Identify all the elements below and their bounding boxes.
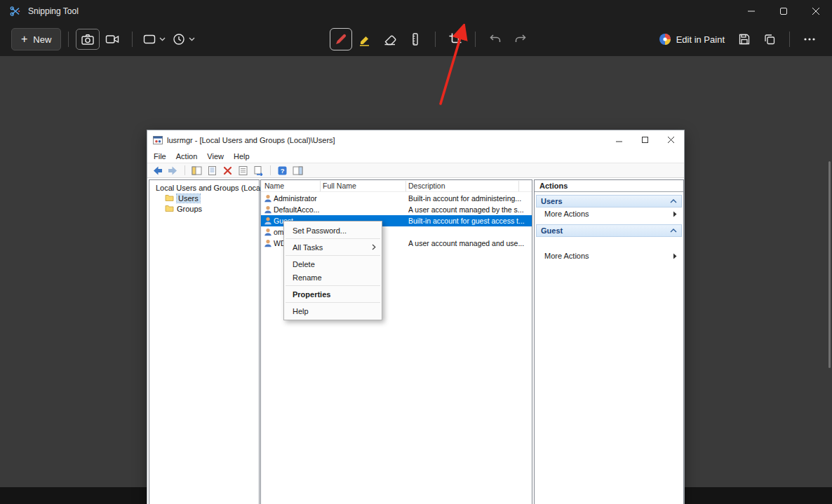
titlebar: Snipping Tool bbox=[0, 0, 832, 22]
captured-screenshot: lusrmgr - [Local Users and Groups (Local… bbox=[147, 130, 685, 504]
user-icon bbox=[264, 217, 272, 226]
properties-icon bbox=[207, 165, 217, 176]
video-camera-icon bbox=[105, 32, 119, 46]
menu-help[interactable]: Help bbox=[229, 152, 255, 161]
refresh-button[interactable] bbox=[237, 165, 249, 176]
tree-node-groups[interactable]: Groups bbox=[149, 203, 259, 214]
tree-root-label: Local Users and Groups (Local) bbox=[156, 184, 264, 192]
context-menu-item-delete[interactable]: Delete bbox=[284, 257, 382, 271]
user-row-administrator[interactable]: Administrator Built-in account for admin… bbox=[261, 193, 532, 204]
record-mode-button[interactable] bbox=[100, 28, 125, 50]
column-header-full-name[interactable]: Full Name bbox=[323, 182, 356, 190]
show-actions-pane-button[interactable] bbox=[292, 165, 304, 176]
back-button[interactable] bbox=[152, 165, 163, 176]
column-separator[interactable] bbox=[518, 181, 519, 191]
lusrmgr-toolbar: ? bbox=[147, 163, 684, 178]
properties-button[interactable] bbox=[206, 165, 218, 176]
snipping-tool-app-icon bbox=[10, 6, 21, 17]
help-icon: ? bbox=[277, 165, 288, 176]
toolbar-separator bbox=[132, 32, 133, 47]
ruler-icon bbox=[408, 32, 422, 46]
toolbar-separator bbox=[789, 32, 790, 47]
menu-separator bbox=[286, 302, 380, 303]
context-menu-item-set-password[interactable]: Set Password... bbox=[284, 224, 382, 237]
export-list-icon bbox=[253, 165, 264, 176]
actions-group-guest-header[interactable]: Guest bbox=[536, 224, 682, 237]
context-menu-item-rename[interactable]: Rename bbox=[284, 271, 382, 284]
lusrmgr-maximize-button[interactable] bbox=[632, 130, 658, 149]
maximize-button[interactable] bbox=[767, 0, 800, 22]
redo-button[interactable] bbox=[508, 28, 533, 50]
copy-button[interactable] bbox=[757, 28, 782, 50]
context-menu-item-all-tasks[interactable]: All Tasks bbox=[284, 240, 382, 254]
snip-shape-dropdown[interactable] bbox=[140, 28, 169, 50]
show-console-tree-button[interactable] bbox=[191, 165, 203, 176]
console-tree-pane: Local Users and Groups (Local) Users Gro… bbox=[149, 179, 260, 504]
column-separator[interactable] bbox=[320, 181, 321, 191]
lusrmgr-window-title: lusrmgr - [Local Users and Groups (Local… bbox=[167, 136, 335, 144]
ruler-button[interactable] bbox=[403, 28, 428, 50]
app-title: Snipping Tool bbox=[28, 6, 79, 16]
actions-pane-icon bbox=[293, 165, 303, 176]
snip-mode-button[interactable] bbox=[76, 29, 100, 50]
column-separator[interactable] bbox=[405, 181, 406, 191]
menu-action[interactable]: Action bbox=[171, 152, 203, 161]
chevron-down-icon bbox=[159, 37, 166, 41]
user-name: DefaultAcco... bbox=[274, 205, 320, 214]
save-button[interactable] bbox=[732, 28, 757, 50]
context-menu-item-properties[interactable]: Properties bbox=[284, 287, 382, 301]
context-menu: Set Password... All Tasks Delete Rename … bbox=[283, 221, 382, 320]
submenu-chevron-icon bbox=[372, 244, 376, 250]
highlighter-button[interactable] bbox=[352, 28, 377, 50]
plus-icon: + bbox=[21, 34, 27, 45]
user-description: A user account managed by the s... bbox=[408, 205, 530, 214]
help-button[interactable]: ? bbox=[276, 165, 288, 176]
menu-view[interactable]: View bbox=[202, 152, 229, 161]
user-name: Administrator bbox=[274, 194, 320, 203]
export-list-button[interactable] bbox=[253, 165, 264, 176]
lusrmgr-minimize-button[interactable] bbox=[606, 130, 632, 149]
forward-button[interactable] bbox=[167, 165, 179, 176]
column-header-description[interactable]: Description bbox=[408, 182, 445, 190]
eraser-button[interactable] bbox=[377, 28, 403, 50]
user-description: Built-in account for guest access t... bbox=[408, 217, 530, 225]
more-actions-label: More Actions bbox=[544, 252, 589, 260]
submenu-arrow-icon bbox=[673, 211, 677, 217]
more-options-button[interactable] bbox=[797, 28, 822, 50]
toolbar-separator bbox=[270, 165, 271, 175]
minimize-button[interactable] bbox=[735, 0, 767, 22]
undo-button[interactable] bbox=[483, 28, 508, 50]
tree-root-node[interactable]: Local Users and Groups (Local) bbox=[149, 182, 259, 193]
menu-separator bbox=[286, 285, 380, 286]
redo-icon bbox=[514, 34, 527, 45]
canvas-vertical-scrollbar[interactable] bbox=[828, 161, 831, 368]
tree-node-users[interactable]: Users bbox=[149, 193, 259, 203]
context-menu-item-help[interactable]: Help bbox=[284, 304, 382, 318]
user-icon bbox=[264, 228, 272, 238]
actions-group-users-header[interactable]: Users bbox=[536, 195, 682, 207]
delay-dropdown[interactable] bbox=[169, 28, 199, 50]
highlighter-icon bbox=[358, 32, 372, 46]
column-header-name[interactable]: Name bbox=[264, 182, 284, 190]
user-row-defaultaccount[interactable]: DefaultAcco... A user account managed by… bbox=[261, 204, 532, 215]
more-actions-label: More Actions bbox=[544, 210, 589, 218]
folder-icon bbox=[165, 194, 174, 202]
more-actions-guest[interactable]: More Actions bbox=[536, 250, 682, 262]
eraser-icon bbox=[383, 32, 397, 46]
crop-button[interactable] bbox=[443, 28, 468, 50]
ballpoint-pen-button[interactable] bbox=[330, 28, 352, 50]
delete-button[interactable] bbox=[222, 165, 234, 176]
menu-file[interactable]: File bbox=[149, 152, 171, 161]
canvas-area: lusrmgr - [Local Users and Groups (Local… bbox=[0, 56, 832, 487]
menu-separator bbox=[286, 238, 380, 239]
lusrmgr-close-button[interactable] bbox=[658, 130, 684, 149]
more-actions-users[interactable]: More Actions bbox=[536, 207, 682, 220]
paint-app-icon bbox=[659, 33, 671, 46]
user-description: Built-in account for administering... bbox=[408, 194, 530, 203]
lusrmgr-window: lusrmgr - [Local Users and Groups (Local… bbox=[147, 130, 685, 504]
new-snip-button[interactable]: + New bbox=[11, 28, 61, 50]
edit-in-paint-button[interactable]: Edit in Paint bbox=[652, 28, 732, 50]
camera-icon bbox=[81, 32, 95, 46]
close-button[interactable] bbox=[800, 0, 832, 22]
toolbar-separator bbox=[184, 165, 185, 175]
